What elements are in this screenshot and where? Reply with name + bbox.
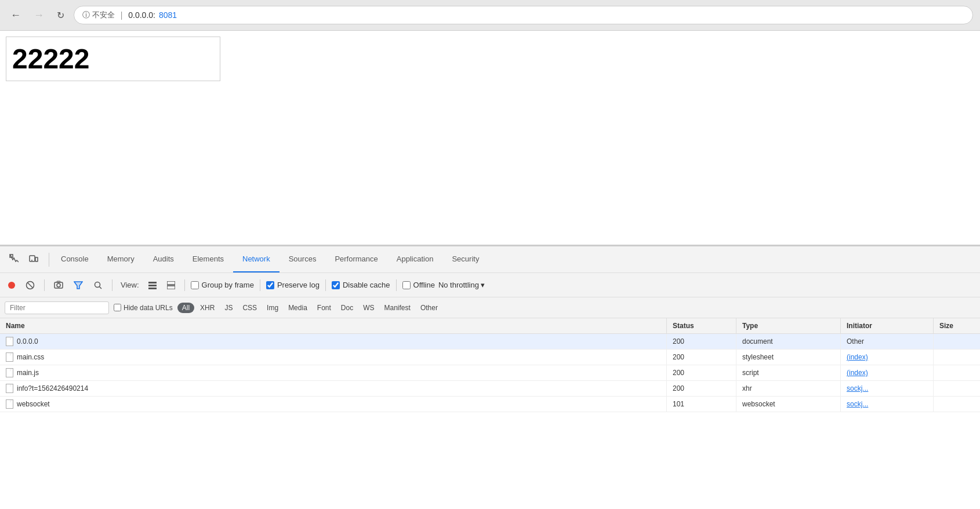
row-initiator[interactable]: (index) [841,365,934,380]
tab-application[interactable]: Application [387,246,443,272]
disable-cache-checkbox[interactable] [332,281,340,289]
tab-security[interactable]: Security [442,246,488,272]
screenshot-button[interactable] [50,278,67,292]
browser-toolbar: ← → ↻ ⓘ 不安全 | 0.0.0.0:8081 [0,0,980,30]
toolbar-divider-6 [396,279,397,291]
filter-doc-button[interactable]: Doc [337,303,357,313]
address-bar[interactable]: ⓘ 不安全 | 0.0.0.0:8081 [74,6,973,24]
filter-manifest-button[interactable]: Manifest [380,303,415,313]
filter-media-button[interactable]: Media [284,303,311,313]
group-by-frame-label[interactable]: Group by frame [191,281,254,289]
row-size [934,334,980,349]
row-initiator[interactable]: sockj... [841,381,934,396]
row-name: main.js [0,365,667,380]
svg-rect-8 [57,281,60,282]
hide-data-urls-checkbox[interactable] [114,304,121,311]
filter-ws-button[interactable]: WS [359,303,378,313]
throttling-select[interactable]: No throttling ▾ [438,281,485,289]
svg-line-11 [100,286,102,289]
row-status: 101 [667,397,736,412]
filter-js-button[interactable]: JS [220,303,237,313]
table-row[interactable]: websocket 101 websocket sockj... [0,397,980,412]
filter-xhr-button[interactable]: XHR [196,303,219,313]
toolbar-divider-5 [325,279,326,291]
toolbar-divider-3 [184,279,185,291]
file-icon [6,368,13,377]
view-label: View: [121,281,139,289]
tab-memory[interactable]: Memory [98,246,144,272]
row-initiator[interactable]: sockj... [841,397,934,412]
column-type: Type [736,318,841,333]
view-list-button[interactable] [145,279,160,292]
back-button[interactable]: ← [7,7,24,24]
filter-css-button[interactable]: CSS [238,303,261,313]
search-button[interactable] [90,278,106,292]
row-status: 200 [667,334,736,349]
row-name: info?t=1562426490214 [0,381,667,396]
table-row[interactable]: main.css 200 stylesheet (index) [0,350,980,365]
svg-rect-2 [35,257,38,261]
network-table: Name Status Type Initiator Size 0.0.0.0 … [0,318,980,509]
inspect-element-button[interactable] [5,250,23,269]
filter-font-button[interactable]: Font [313,303,335,313]
preserve-log-label[interactable]: Preserve log [266,281,320,289]
toolbar-divider [49,253,49,267]
preserve-log-checkbox[interactable] [266,281,274,289]
file-icon [6,384,13,393]
row-status: 200 [667,381,736,396]
row-type: xhr [736,381,841,396]
row-name: main.css [0,350,667,365]
file-icon [6,352,13,362]
tab-audits[interactable]: Audits [144,246,183,272]
devtools-tabs-bar: Console Memory Audits Elements Network S… [0,246,980,273]
device-toolbar-button[interactable] [24,250,43,269]
view-panel-button[interactable] [164,279,179,292]
row-type: stylesheet [736,350,841,365]
offline-label[interactable]: Offline [402,281,435,289]
offline-checkbox[interactable] [402,281,411,289]
svg-point-10 [95,282,100,287]
table-row[interactable]: 0.0.0.0 200 document Other [0,334,980,350]
record-button[interactable] [5,279,19,291]
row-size [934,365,980,380]
page-main-text: 22222 [6,37,220,81]
row-name: 0.0.0.0 [0,334,667,349]
column-status: Status [667,318,736,333]
hide-data-urls-label[interactable]: Hide data URLs [114,304,173,312]
svg-rect-15 [167,281,175,285]
disable-cache-label[interactable]: Disable cache [332,281,390,289]
devtools-panel: Console Memory Audits Elements Network S… [0,245,980,509]
tab-performance[interactable]: Performance [325,246,387,272]
svg-rect-14 [148,288,157,289]
security-icon: ⓘ 不安全 [82,10,115,20]
table-row[interactable]: main.js 200 script (index) [0,365,980,381]
tab-sources[interactable]: Sources [280,246,326,272]
tab-console[interactable]: Console [52,246,98,272]
tab-elements[interactable]: Elements [183,246,233,272]
toolbar-divider-2 [112,279,112,291]
filter-button[interactable] [70,278,86,292]
forward-button[interactable]: → [30,7,48,24]
url-port: 8081 [159,10,177,20]
row-initiator[interactable]: (index) [841,350,934,365]
reload-button[interactable]: ↻ [53,8,68,23]
clear-button[interactable] [22,278,38,292]
row-initiator: Other [841,334,934,349]
filter-other-button[interactable]: Other [416,303,442,313]
toolbar-divider-1 [44,279,45,291]
row-size [934,381,980,396]
row-size [934,350,980,365]
tab-network[interactable]: Network [233,246,280,272]
table-row[interactable]: info?t=1562426490214 200 xhr sockj... [0,381,980,397]
filter-img-button[interactable]: Img [263,303,282,313]
filter-all-button[interactable]: All [177,303,194,313]
filter-input[interactable] [5,301,109,314]
filter-type-buttons: All XHR JS CSS Img Media Font Doc WS Man… [177,303,442,313]
group-by-frame-checkbox[interactable] [191,281,199,289]
devtools-tabs: Console Memory Audits Elements Network S… [52,246,488,272]
row-type: websocket [736,397,841,412]
svg-rect-13 [148,285,157,286]
row-size [934,397,980,412]
row-status: 200 [667,350,736,365]
file-icon [6,337,13,346]
